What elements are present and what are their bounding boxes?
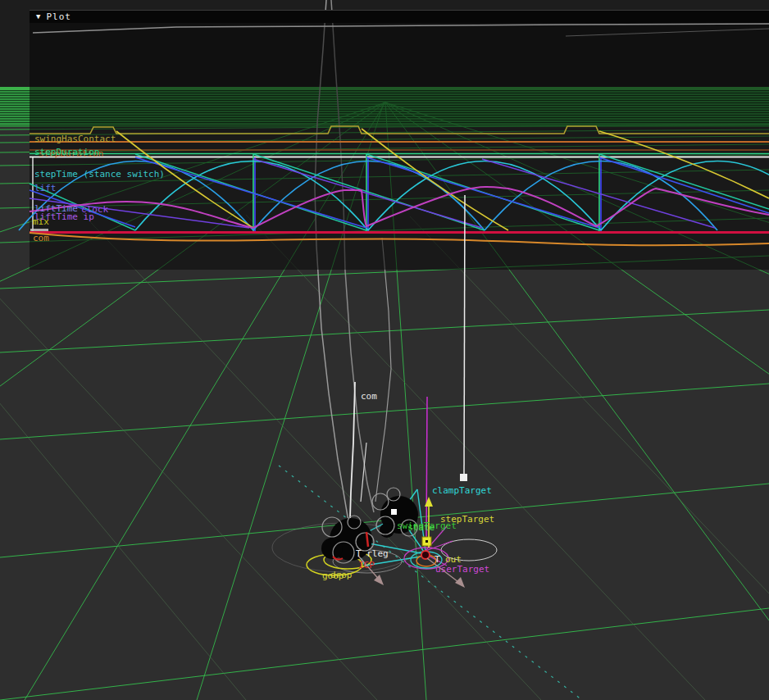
plot-canvas (0, 0, 769, 700)
viewport-3d[interactable]: ▼ Plot (0, 0, 769, 700)
